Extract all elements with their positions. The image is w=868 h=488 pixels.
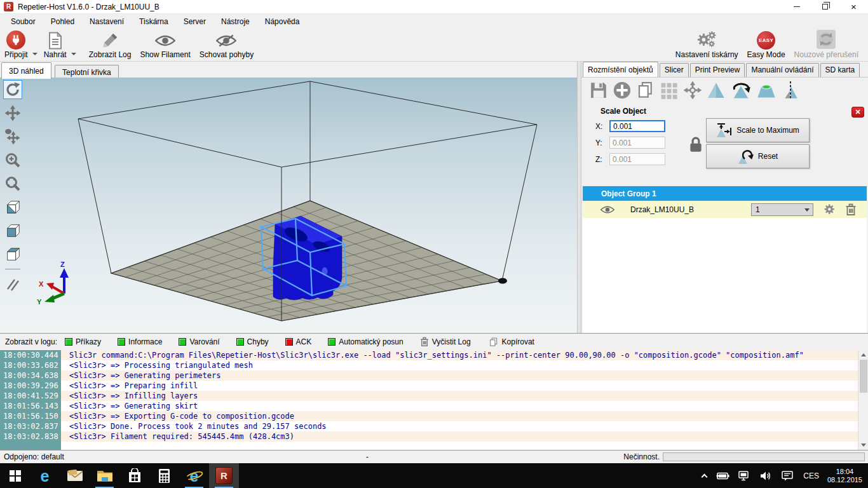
add-object-icon[interactable] [613,81,632,100]
tray-battery[interactable] [711,463,734,488]
toggle-warnings[interactable]: Varování [179,337,219,346]
tray-network[interactable] [734,463,756,488]
isometric-view-button[interactable] [3,198,22,217]
printer-settings-button[interactable]: Nastavení tiskárny [671,30,743,60]
menu-nastaveni[interactable]: Nastavení [82,15,132,29]
save-icon[interactable] [589,81,608,100]
tray-action-center[interactable] [777,463,797,488]
show-filament-button[interactable]: Show Filament [135,30,194,60]
menu-nastroje[interactable]: Nástroje [214,15,257,29]
log-output[interactable]: 18:00:30.444Slic3r command:C:\Program Fi… [0,350,868,450]
restore-button[interactable] [811,0,839,13]
tab-slicer[interactable]: Slicer [660,63,689,77]
front-view-button[interactable] [3,221,22,240]
tab-object-placement[interactable]: Rozmístění objektů [583,62,658,77]
reset-scale-button[interactable]: Reset [706,144,810,168]
object-visibility-icon[interactable] [600,205,614,214]
connect-button[interactable]: Připojit [0,30,32,60]
scroll-up-icon[interactable] [861,353,866,356]
copy-object-icon[interactable] [636,81,655,100]
3d-viewport[interactable]: Z X Y [0,78,577,333]
log-scrollbar[interactable] [858,350,868,450]
scrollbar-thumb[interactable] [860,360,867,393]
scroll-down-icon[interactable] [861,444,866,447]
zoom-in-button[interactable] [3,151,22,170]
tray-volume[interactable] [756,463,777,488]
toggle-information[interactable]: Informace [118,337,162,346]
tab-3d-preview[interactable]: 3D náhled [1,62,51,79]
top-view-button[interactable] [3,245,22,264]
copies-dropdown[interactable]: 1 [751,203,813,216]
hide-moves-button[interactable]: Schovat pohyby [195,30,258,60]
menu-pohled[interactable]: Pohled [43,15,82,29]
taskbar-edge[interactable]: e [30,463,60,488]
upload-dropdown-arrow[interactable] [71,53,76,55]
rotate-view-button[interactable] [3,80,22,99]
start-button[interactable] [0,463,30,488]
tab-sd-card[interactable]: SD karta [820,63,860,77]
mirror-object-icon[interactable] [781,81,800,100]
tray-language-indicator[interactable]: CES [797,471,825,480]
zoom-fit-icon [4,175,21,192]
right-panel: Rozmístění objektů Slicer Print Preview … [581,62,868,333]
parallel-projection-button[interactable] [3,274,22,294]
progress-bar [663,452,865,461]
drop-object-icon[interactable] [756,81,776,100]
object-group-header[interactable]: Object Group 1 [583,186,867,201]
easy-mode-button[interactable]: EASY Easy Mode [743,30,790,60]
taskbar-mail[interactable] [60,463,90,488]
log-row-empty [0,442,868,450]
scale-to-maximum-button[interactable]: Scale to Maximum [706,118,810,142]
connect-dropdown-arrow[interactable] [32,53,37,55]
scale-y-label: Y: [595,139,609,147]
move-view-button[interactable] [3,104,22,123]
plug-icon [6,30,25,50]
clear-log-button[interactable]: Vyčistit Log [420,337,471,347]
tray-expand-button[interactable] [698,463,711,488]
menu-tiskarna[interactable]: Tiskárna [132,15,176,29]
close-scale-panel-button[interactable]: ✕ [851,107,864,118]
scale-x-input[interactable]: 0.001 [609,120,665,132]
tray-clock[interactable]: 18:04 08.12.2015 [825,468,868,484]
network-icon [738,471,751,481]
toggle-errors[interactable]: Chyby [236,337,269,346]
tab-manual-control[interactable]: Manuální ovládání [746,63,818,77]
menu-napoveda[interactable]: Nápověda [257,15,308,29]
restore-icon [822,4,828,10]
delete-object-icon[interactable] [845,203,857,216]
toggle-autoscroll[interactable]: Automatický posun [328,337,403,346]
tab-print-preview[interactable]: Print Preview [690,63,745,77]
toggle-commands[interactable]: Příkazy [65,337,101,346]
menu-server[interactable]: Server [176,15,214,29]
object-toolbar [581,78,868,102]
isometric-view-icon [4,199,21,215]
copy-log-button[interactable]: Kopírovat [489,337,534,348]
show-log-button[interactable]: Zobrazit Log [85,30,136,60]
move-object-button[interactable] [3,127,22,146]
taskbar-file-explorer[interactable] [90,463,119,488]
parallel-projection-icon [4,276,21,292]
taskbar-internet-explorer[interactable]: e [179,463,209,488]
lock-aspect-button[interactable] [688,136,703,156]
upload-button[interactable]: Nahrát [39,30,71,60]
lock-icon [688,136,703,154]
taskbar-repetier-host[interactable]: R [209,463,239,488]
rotate-object-icon[interactable] [730,81,752,100]
center-object-icon[interactable] [683,81,702,100]
scale-y-input[interactable]: 0.001 [609,137,665,149]
menu-soubor[interactable]: Soubor [3,15,43,29]
panel-splitter[interactable] [577,62,581,333]
taskbar-calculator[interactable] [149,463,179,488]
log-row: 18:00:41.529<Slic3r> => Infilling layers [0,391,868,401]
zoom-fit-button[interactable] [3,174,22,193]
close-button[interactable]: × [839,0,868,13]
object-list-row[interactable]: Drzak_LM10UU_B 1 [583,201,867,218]
toggle-ack[interactable]: ACK [285,337,312,346]
main-toolbar: Připojit Nahrát Zobrazit Log Show Filame… [0,29,868,62]
minimize-button[interactable] [782,0,811,13]
scale-object-icon[interactable] [707,81,726,100]
scale-z-input[interactable]: 0.001 [609,153,665,165]
object-settings-icon[interactable] [824,203,836,216]
log-row: 18:00:39.296<Slic3r> => Preparing infill [0,381,868,391]
taskbar-store[interactable] [119,463,149,488]
